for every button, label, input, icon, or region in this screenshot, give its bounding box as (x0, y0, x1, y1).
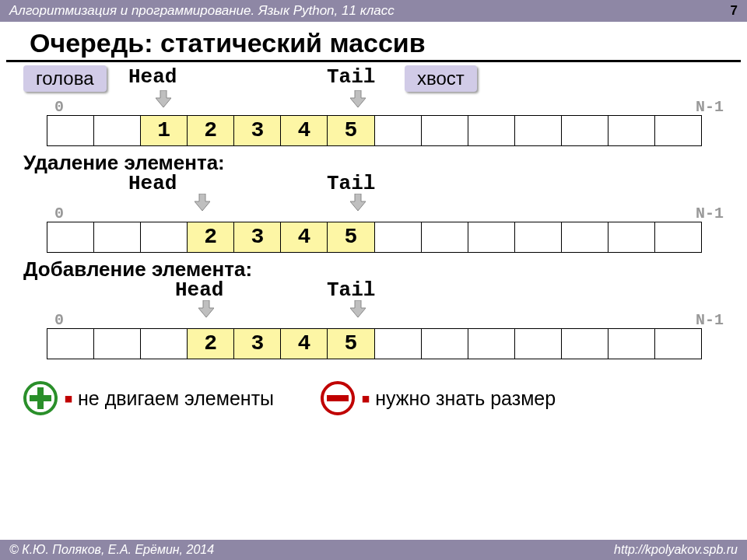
array-cell: 4 (281, 329, 328, 359)
array-cell: 5 (328, 329, 374, 359)
index-n1: N-1 (696, 205, 724, 222)
footer-authors: © К.Ю. Поляков, Е.А. Ерёмин, 2014 (9, 543, 214, 557)
array-cell (422, 116, 468, 145)
footer-url: http://kpolyakov.spb.ru (614, 543, 738, 557)
index-n1: N-1 (696, 311, 724, 329)
index-0: 0 (54, 98, 64, 116)
array-row-2: 2345 (47, 222, 702, 253)
index-n1: N-1 (696, 98, 724, 116)
tail-label-3: Tail (327, 278, 375, 302)
array-cell (375, 329, 422, 359)
index-row-2: 0 N-1 (23, 206, 724, 214)
array-cell (94, 329, 141, 359)
index-row-1: 0 N-1 (23, 100, 724, 107)
index-0: 0 (54, 311, 64, 329)
plus-icon (23, 381, 58, 415)
array-cell (422, 222, 468, 252)
course-title: Алгоритмизация и программирование. Язык … (9, 3, 395, 19)
array-cell (375, 116, 422, 145)
array-cell (608, 329, 655, 359)
index-0: 0 (54, 205, 64, 222)
array-cell (562, 116, 608, 145)
array-cell (655, 329, 701, 359)
svg-rect-4 (327, 395, 349, 401)
array-cell (608, 222, 655, 252)
minus-icon (321, 381, 355, 415)
array-cell (141, 329, 188, 359)
array-cell: 3 (234, 116, 281, 145)
array-cell: 5 (328, 116, 374, 145)
pro-text: не двигаем элементы (78, 387, 274, 410)
svg-rect-2 (30, 395, 51, 401)
slide-content: голова Head Tail хвост 0 N-1 12345 Удале… (0, 62, 747, 415)
array-cell (468, 116, 515, 145)
array-cell (468, 222, 515, 252)
array-cell (515, 222, 562, 252)
array-cell (141, 222, 188, 252)
array-cell (655, 116, 701, 145)
page-title: Очередь: статический массив (6, 22, 741, 62)
pointer-row-2: Head Tail (23, 175, 724, 206)
array-cell: 3 (234, 329, 281, 359)
pointer-row-1: голова Head Tail хвост (23, 65, 724, 100)
array-cell: 2 (188, 222, 234, 252)
array-cell: 2 (188, 329, 234, 359)
array-cell (94, 222, 141, 252)
tail-label-1: Tail (327, 65, 375, 89)
index-row-3: 0 N-1 (23, 313, 724, 320)
head-label-2: Head (128, 172, 177, 195)
slide-header: Алгоритмизация и программирование. Язык … (0, 0, 747, 22)
label-hvost: хвост (405, 65, 477, 92)
array-cell (515, 329, 562, 359)
array-cell (47, 116, 94, 145)
array-cell (608, 116, 655, 145)
con-item: ▪ нужно знать размер (321, 381, 556, 415)
array-cell (468, 329, 515, 359)
head-label-3: Head (175, 278, 223, 302)
array-cell: 3 (234, 222, 281, 252)
con-text: нужно знать размер (375, 387, 556, 410)
pros-cons-row: ▪ не двигаем элементы ▪ нужно знать разм… (23, 381, 724, 415)
array-cell: 2 (188, 116, 234, 145)
array-cell: 4 (281, 222, 328, 252)
array-cell: 5 (328, 222, 374, 252)
tail-label-2: Tail (327, 172, 375, 195)
array-cell (422, 329, 468, 359)
pointer-row-3: Head Tail (23, 282, 724, 313)
array-cell (655, 222, 701, 252)
array-cell: 4 (281, 116, 328, 145)
pro-item: ▪ не двигаем элементы (23, 381, 274, 415)
head-label-1: Head (128, 65, 177, 89)
slide-footer: © К.Ю. Поляков, Е.А. Ерёмин, 2014 http:/… (0, 540, 747, 560)
page-number: 7 (731, 3, 738, 19)
array-cell (94, 116, 141, 145)
array-cell (515, 116, 562, 145)
label-golova: голова (23, 65, 107, 92)
array-cell (47, 329, 94, 359)
array-row-1: 12345 (47, 115, 702, 146)
array-cell: 1 (141, 116, 188, 145)
array-cell (562, 222, 608, 252)
array-cell (375, 222, 422, 252)
array-cell (47, 222, 94, 252)
array-row-3: 2345 (47, 328, 702, 359)
array-cell (562, 329, 608, 359)
